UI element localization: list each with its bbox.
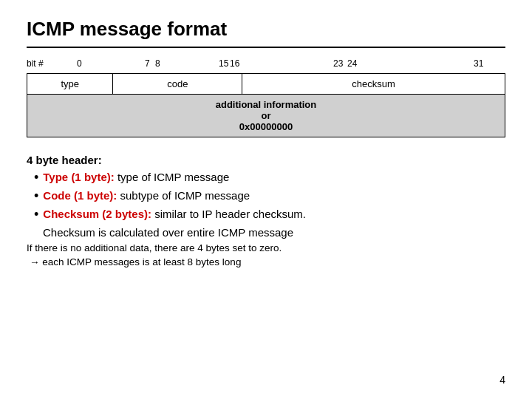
cell-additional: additional information or 0x00000000 — [27, 95, 505, 137]
bit-label-16: 16 — [230, 58, 239, 69]
bullet-1-rest: type of ICMP message — [115, 171, 230, 183]
table-row-1: type code checksum — [27, 74, 505, 95]
bullet-2-content: Code (1 byte): subtype of ICMP message — [43, 189, 250, 202]
cell-checksum: checksum — [242, 74, 505, 95]
bullet-1-content: Type (1 byte): type of ICMP message — [43, 171, 229, 183]
bit-label-7: 7 — [145, 58, 150, 69]
bit-label-31: 31 — [474, 58, 483, 69]
content-section: 4 byte header: • Type (1 byte): type of … — [27, 154, 505, 267]
bullet-list: • Type (1 byte): type of ICMP message • … — [27, 171, 505, 222]
additional-text: additional information — [216, 99, 317, 110]
bit-label-23: 23 — [333, 58, 343, 69]
slide-title: ICMP message format — [27, 18, 505, 41]
bit-label-24: 24 — [347, 58, 357, 69]
cell-code: code — [113, 74, 242, 95]
bit-label-title: bit # — [27, 58, 44, 69]
diagram-container: bit # 0 7 8 15 16 23 24 31 type code che… — [27, 58, 505, 137]
list-item-code: • Code (1 byte): subtype of ICMP message — [34, 189, 505, 204]
bit-labels-row: bit # 0 7 8 15 16 23 24 31 — [27, 58, 505, 72]
bullet-dot-1: • — [34, 171, 38, 185]
list-item-checksum: • Checksum (2 bytes): similar to IP head… — [34, 208, 505, 222]
list-item-type: • Type (1 byte): type of ICMP message — [34, 171, 505, 185]
cell-type: type — [27, 74, 113, 95]
bullet-dot-2: • — [34, 189, 38, 204]
footnote-1: If there is no additional data, there ar… — [27, 242, 505, 253]
bullet-3-content: Checksum (2 bytes): similar to IP header… — [43, 208, 306, 220]
page-number: 4 — [499, 374, 505, 386]
bullet-dot-3: • — [34, 208, 38, 222]
bullet-2-rest: subtype of ICMP message — [117, 189, 250, 202]
title-divider — [27, 47, 505, 48]
bullet-2-label: Code (1 byte): — [43, 189, 117, 202]
bullet-3-label: Checksum (2 bytes): — [43, 208, 151, 220]
bullet-1-label: Type (1 byte): — [43, 171, 114, 183]
slide: ICMP message format bit # 0 7 8 15 16 23… — [0, 0, 532, 399]
indent-line: Checksum is calculated over entire ICMP … — [27, 226, 505, 239]
format-table: type code checksum additional informatio… — [27, 73, 505, 137]
bullet-3-rest: similar to IP header checksum. — [151, 208, 306, 220]
bit-label-0: 0 — [77, 58, 82, 69]
footnote-2: → each ICMP messages is at least 8 bytes… — [27, 256, 505, 267]
four-byte-header: 4 byte header: — [27, 154, 505, 166]
additional-or: or — [262, 110, 271, 121]
additional-hex: 0x00000000 — [239, 121, 293, 132]
table-row-2: additional information or 0x00000000 — [27, 95, 505, 137]
bit-label-8: 8 — [155, 58, 160, 69]
bit-label-15: 15 — [219, 58, 228, 69]
